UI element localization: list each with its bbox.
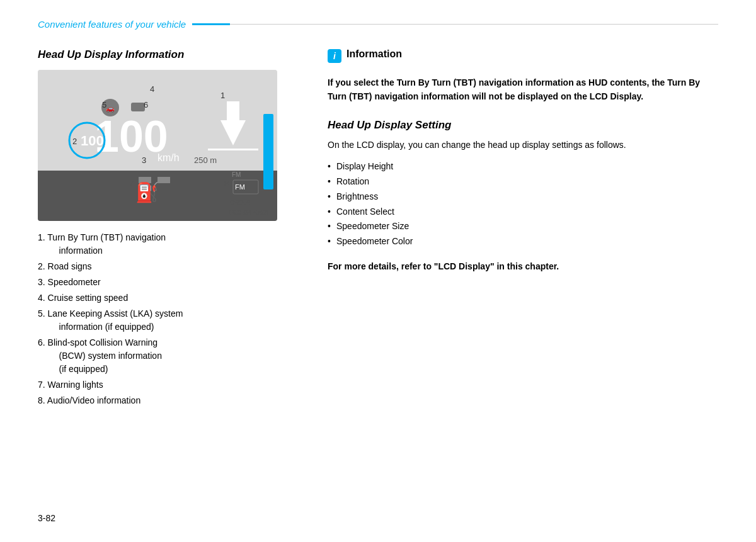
bullet-item-speedometer-size: Speedometer Size <box>328 219 718 234</box>
svg-rect-11 <box>208 149 258 150</box>
page-container: Convenient features of your vehicle Head… <box>0 0 756 542</box>
svg-text:4: 4 <box>150 84 154 94</box>
list-item: 5. Lane Keeping Assist (LKA) system info… <box>38 307 302 334</box>
left-column: Head Up Display Information 100 km/h <box>38 48 302 410</box>
hud-diagram: 100 km/h 100 2 3 <box>38 70 277 221</box>
svg-text:3: 3 <box>142 155 146 165</box>
svg-text:5: 5 <box>102 100 106 110</box>
svg-text:⛽: ⛽ <box>135 181 159 204</box>
bullet-item-speedometer-color: Speedometer Color <box>328 234 718 249</box>
list-item: 2. Road signs <box>38 260 302 273</box>
page-number: 3-82 <box>38 513 55 523</box>
right-column: i Information If you select the Turn By … <box>328 48 718 410</box>
diagram-code: OOS047082L <box>229 208 271 216</box>
svg-text:🚗: 🚗 <box>106 104 115 113</box>
svg-rect-18 <box>131 103 145 111</box>
svg-text:100: 100 <box>81 133 104 149</box>
svg-rect-3 <box>158 177 170 183</box>
list-item: 8. Audio/Video information <box>38 394 302 407</box>
setting-title: Head Up Display Setting <box>328 119 718 132</box>
bullet-list: Display Height Rotation Brightness Conte… <box>328 159 718 249</box>
list-item: 7. Warning lights <box>38 378 302 392</box>
content-columns: Head Up Display Information 100 km/h <box>38 48 718 410</box>
numbered-list: 1. Turn By Turn (TBT) navigation informa… <box>38 231 302 407</box>
bullet-item-display-height: Display Height <box>328 159 718 174</box>
setting-description: On the LCD display, you can change the h… <box>328 138 718 152</box>
svg-text:6: 6 <box>144 100 148 110</box>
svg-text:250 m: 250 m <box>194 155 217 165</box>
list-item: 6. Blind-spot Collision Warning (BCW) sy… <box>38 336 302 376</box>
svg-text:FM: FM <box>232 171 241 178</box>
list-item: 3. Speedometer <box>38 276 302 289</box>
info-text: If you select the Turn By Turn (TBT) nav… <box>328 76 718 104</box>
info-box: i Information <box>328 48 718 63</box>
list-item: 1. Turn By Turn (TBT) navigation informa… <box>38 231 302 257</box>
bullet-item-content-select: Content Select <box>328 205 718 220</box>
left-section-title: Head Up Display Information <box>38 48 302 61</box>
list-item: 4. Cruise setting speed <box>38 291 302 305</box>
svg-rect-13 <box>263 114 273 189</box>
svg-text:999.9: 999.9 <box>230 198 251 207</box>
svg-text:km/h: km/h <box>158 152 180 163</box>
refer-text: For more details, refer to "LCD Display"… <box>328 259 718 273</box>
svg-text:1: 1 <box>220 91 225 100</box>
info-icon: i <box>328 49 341 63</box>
header-line-accent <box>192 23 230 25</box>
bullet-item-brightness: Brightness <box>328 189 718 205</box>
header-title: Convenient features of your vehicle <box>38 19 192 30</box>
svg-text:8: 8 <box>224 179 229 188</box>
info-icon-label: i <box>333 51 336 61</box>
svg-text:2: 2 <box>72 137 77 146</box>
info-title: Information <box>346 48 402 60</box>
header-line-gray <box>230 24 718 25</box>
bullet-item-rotation: Rotation <box>328 174 718 189</box>
svg-text:7: 7 <box>129 179 134 188</box>
svg-text:FM: FM <box>235 183 245 191</box>
page-header: Convenient features of your vehicle <box>38 19 718 30</box>
